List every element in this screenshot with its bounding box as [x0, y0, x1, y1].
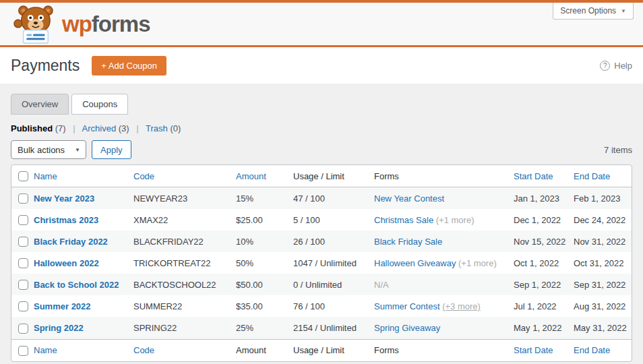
filter-published[interactable]: Published (7) — [11, 123, 66, 133]
coupon-rows: New Year 2023 NEWYEAR23 15% 47 / 100 New… — [11, 187, 632, 339]
screen-options-label: Screen Options — [560, 6, 616, 16]
table-row: Christmas 2023 XMAX22 $25.00 5 / 100 Chr… — [11, 209, 632, 231]
help-link[interactable]: ? Help — [600, 61, 632, 71]
coupon-end-date: Dec 24, 2022 — [574, 209, 632, 231]
coupon-amount: 15% — [236, 187, 293, 210]
tab-coupons[interactable]: Coupons — [71, 94, 128, 115]
coupons-table: Name Code Amount Usage / Limit Forms Sta… — [11, 164, 632, 362]
bulk-actions-select[interactable]: Bulk actions — [11, 140, 86, 159]
select-all-checkbox[interactable] — [18, 171, 28, 181]
column-footer-end-date[interactable]: End Date — [574, 339, 632, 361]
column-header-amount[interactable]: Amount — [236, 165, 293, 187]
coupon-start-date: May 1, 2022 — [514, 317, 574, 339]
table-footer: Name Code Amount Usage / Limit Forms Sta… — [11, 339, 632, 361]
column-header-usage: Usage / Limit — [293, 165, 374, 187]
coupon-end-date: Aug 31, 2022 — [574, 295, 632, 317]
wpforms-bear-icon — [13, 5, 55, 44]
plugin-header: wpforms — [0, 3, 643, 47]
coupon-code: BACKTOSCHOOL22 — [133, 274, 236, 295]
items-count: 7 items — [604, 145, 632, 155]
wpforms-logo: wpforms — [13, 5, 150, 44]
table-row: Back to School 2022 BACKTOSCHOOL22 $50.0… — [11, 274, 632, 295]
column-header-forms: Forms — [374, 165, 514, 187]
column-footer-code[interactable]: Code — [133, 339, 236, 361]
logo-forms-text: forms — [92, 11, 150, 36]
coupon-end-date: Nov 31, 2022 — [574, 231, 632, 252]
row-checkbox[interactable] — [18, 301, 28, 311]
coupon-name-link[interactable]: Black Friday 2022 — [34, 237, 108, 247]
column-header-end-date[interactable]: End Date — [574, 165, 632, 187]
coupon-form-link[interactable]: Summer Contest — [374, 301, 440, 311]
coupon-usage: 26 / 100 — [293, 231, 374, 252]
coupon-amount: $25.00 — [236, 209, 293, 231]
table-row: Summer 2022 SUMMER22 $35.00 76 / 100 Sum… — [11, 295, 632, 317]
coupon-usage: 47 / 100 — [293, 187, 374, 210]
coupon-code: BLACKFRIDAY22 — [133, 231, 236, 252]
coupon-amount: 50% — [236, 252, 293, 274]
add-coupon-button[interactable]: + Add Coupon — [92, 56, 166, 75]
coupon-amount: $35.00 — [236, 295, 293, 317]
coupon-code: XMAX22 — [133, 209, 236, 231]
coupon-start-date: Dec 1, 2022 — [514, 209, 574, 231]
page-title: Payments — [11, 57, 80, 75]
column-header-code[interactable]: Code — [133, 165, 236, 187]
coupon-form-extra[interactable]: (+3 more) — [442, 301, 481, 311]
coupon-start-date: Sep 1, 2022 — [514, 274, 574, 295]
filter-separator: | — [73, 123, 75, 133]
apply-button[interactable]: Apply — [92, 140, 131, 159]
top-toolbar: Bulk actions ▼ Apply 7 items — [11, 140, 632, 159]
coupon-form-link[interactable]: Black Friday Sale — [374, 237, 442, 247]
coupon-form-extra[interactable]: (+1 more) — [458, 258, 497, 268]
coupon-form-link[interactable]: New Year Contest — [374, 193, 444, 204]
column-header-start-date[interactable]: Start Date — [514, 165, 574, 187]
coupon-name-link[interactable]: Christmas 2023 — [34, 215, 98, 225]
row-checkbox[interactable] — [18, 280, 28, 290]
column-footer-start-date[interactable]: Start Date — [514, 339, 574, 361]
coupon-usage: 5 / 100 — [293, 209, 374, 231]
coupon-amount: 10% — [236, 231, 293, 252]
tab-overview[interactable]: Overview — [11, 94, 69, 115]
help-icon: ? — [600, 61, 610, 71]
coupon-amount: $50.00 — [236, 274, 293, 295]
row-checkbox[interactable] — [18, 324, 28, 334]
coupon-start-date: Nov 15, 2022 — [514, 231, 574, 252]
coupon-name-link[interactable]: New Year 2023 — [34, 193, 94, 204]
row-checkbox[interactable] — [18, 215, 28, 225]
filter-separator: | — [136, 123, 138, 133]
coupon-start-date: Jul 1, 2022 — [514, 295, 574, 317]
wpforms-logotype: wpforms — [62, 13, 150, 35]
row-checkbox[interactable] — [18, 237, 28, 247]
coupon-usage: 2154 / Unlimited — [293, 317, 374, 339]
coupon-form-link[interactable]: Spring Giveaway — [374, 323, 440, 333]
logo-wp-text: wp — [62, 11, 92, 36]
coupon-form-link[interactable]: Christmas Sale — [374, 215, 433, 225]
coupon-name-link[interactable]: Halloween 2022 — [34, 258, 99, 268]
coupon-form-link[interactable]: Halloween Giveaway — [374, 258, 456, 268]
coupon-name-link[interactable]: Summer 2022 — [34, 301, 91, 311]
coupon-end-date: Sep 31, 2022 — [574, 274, 632, 295]
row-checkbox[interactable] — [18, 193, 28, 204]
filter-archived[interactable]: Archived (3) — [82, 123, 129, 133]
column-footer-usage: Usage / Limit — [293, 339, 374, 361]
coupon-code: NEWYEAR23 — [133, 187, 236, 210]
table-row: Halloween 2022 TRICKORTREAT22 50% 1047 /… — [11, 252, 632, 274]
coupon-end-date: Feb 1, 2023 — [574, 187, 632, 210]
table-header: Name Code Amount Usage / Limit Forms Sta… — [11, 165, 632, 187]
coupon-end-date: Oct 31, 2022 — [574, 252, 632, 274]
coupon-code: SPRING22 — [133, 317, 236, 339]
coupon-name-link[interactable]: Spring 2022 — [34, 323, 84, 333]
chevron-down-icon: ▼ — [621, 8, 626, 14]
row-checkbox[interactable] — [18, 258, 28, 268]
screen-options-button[interactable]: Screen Options ▼ — [553, 3, 634, 20]
column-footer-name[interactable]: Name — [34, 339, 133, 361]
coupon-start-date: Jan 1, 2023 — [514, 187, 574, 210]
coupon-usage: 76 / 100 — [293, 295, 374, 317]
table-row: Spring 2022 SPRING22 25% 2154 / Unlimite… — [11, 317, 632, 339]
filter-trash[interactable]: Trash (0) — [146, 123, 181, 133]
coupon-name-link[interactable]: Back to School 2022 — [34, 280, 119, 290]
column-header-name[interactable]: Name — [34, 165, 133, 187]
select-all-checkbox[interactable] — [18, 346, 28, 356]
coupon-form-extra[interactable]: (+1 more) — [436, 215, 474, 225]
table-row: Black Friday 2022 BLACKFRIDAY22 10% 26 /… — [11, 231, 632, 252]
coupon-usage: 0 / Unlimited — [293, 274, 374, 295]
